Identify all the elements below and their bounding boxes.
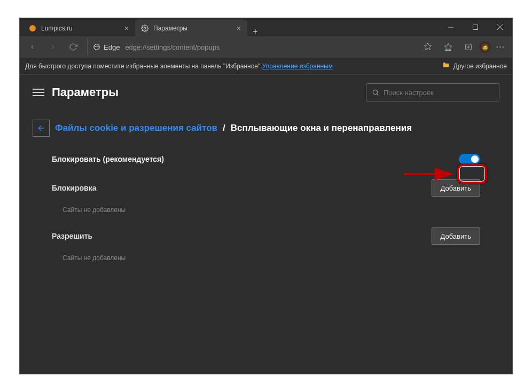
breadcrumb-back-button[interactable] (33, 120, 50, 137)
block-section-label: Блокировка (52, 184, 96, 192)
other-favorites-label: Другое избранное (453, 62, 507, 70)
svg-marker-8 (444, 43, 451, 50)
tab-title: Параметры (153, 25, 187, 32)
close-button[interactable] (488, 18, 512, 36)
settings-header: Параметры (20, 75, 512, 107)
refresh-button[interactable] (64, 38, 83, 56)
breadcrumb-separator: / (223, 123, 225, 134)
svg-marker-7 (424, 43, 431, 50)
close-icon[interactable]: × (122, 24, 131, 33)
svg-point-13 (373, 90, 377, 94)
tab-favicon-icon (28, 24, 37, 33)
allow-section-label: Разрешить (52, 232, 92, 240)
favorites-hint: Для быстрого доступа поместите избранные… (25, 62, 262, 70)
manage-favorites-link[interactable]: Управление избранным (262, 62, 333, 70)
back-button[interactable] (23, 38, 42, 56)
search-icon (372, 89, 379, 96)
popup-settings-section: Блокировать (рекомендуется) Блокировка Д… (20, 143, 512, 270)
titlebar: Lumpics.ru × Параметры × + (20, 18, 512, 36)
new-tab-button[interactable]: + (247, 27, 263, 36)
folder-icon (442, 61, 450, 70)
window-controls (439, 18, 512, 36)
block-empty-text: Сайты не добавлены (52, 202, 480, 222)
close-icon[interactable]: × (234, 24, 243, 33)
favorite-star-icon[interactable] (424, 42, 432, 52)
svg-point-1 (144, 27, 146, 29)
profile-avatar[interactable]: 🧔 (479, 41, 491, 53)
tab-title: Lumpics.ru (41, 25, 73, 32)
browser-window: Lumpics.ru × Параметры × + Edge (19, 18, 513, 374)
search-input[interactable] (384, 89, 494, 97)
allow-section-row: Разрешить Добавить (52, 222, 480, 250)
tab-strip: Lumpics.ru × Параметры × + (20, 18, 439, 36)
gear-icon (140, 24, 149, 33)
callout-highlight (457, 164, 487, 184)
arrow-annotation (404, 169, 457, 182)
edge-badge: Edge (93, 43, 120, 51)
maximize-button[interactable] (463, 18, 488, 36)
other-favorites[interactable]: Другое избранное (442, 61, 507, 70)
block-toggle-row: Блокировать (рекомендуется) (52, 148, 480, 170)
page-title: Параметры (52, 85, 119, 99)
menu-icon[interactable] (33, 87, 44, 98)
breadcrumb-parent-link[interactable]: Файлы cookie и разрешения сайтов (55, 123, 217, 134)
svg-point-0 (29, 25, 36, 32)
url-text: edge://settings/content/popups (125, 43, 220, 51)
add-allow-button[interactable]: Добавить (432, 228, 480, 245)
svg-line-14 (377, 94, 379, 96)
toolbar: Edge edge://settings/content/popups 🧔 ··… (20, 36, 512, 58)
more-button[interactable]: ··· (492, 42, 509, 52)
breadcrumb-current: Всплывающие окна и перенаправления (231, 123, 412, 134)
favorites-bar: Для быстрого доступа поместите избранные… (20, 58, 512, 75)
block-popups-toggle[interactable] (459, 154, 480, 164)
tab-settings[interactable]: Параметры × (135, 20, 247, 36)
address-bar[interactable]: Edge edge://settings/content/popups (87, 39, 437, 55)
collections-button[interactable] (459, 38, 478, 56)
block-label: Блокировать (рекомендуется) (52, 155, 164, 163)
search-settings[interactable] (366, 83, 499, 101)
favorites-button[interactable] (439, 38, 458, 56)
allow-empty-text: Сайты не добавлены (52, 250, 480, 270)
svg-rect-3 (473, 25, 478, 30)
minimize-button[interactable] (439, 18, 463, 36)
breadcrumb: Файлы cookie и разрешения сайтов / Всплы… (20, 107, 512, 143)
tab-lumpics[interactable]: Lumpics.ru × (23, 20, 135, 36)
settings-content: Параметры Файлы cookie и разрешения сайт… (20, 75, 512, 374)
forward-button[interactable] (43, 38, 62, 56)
